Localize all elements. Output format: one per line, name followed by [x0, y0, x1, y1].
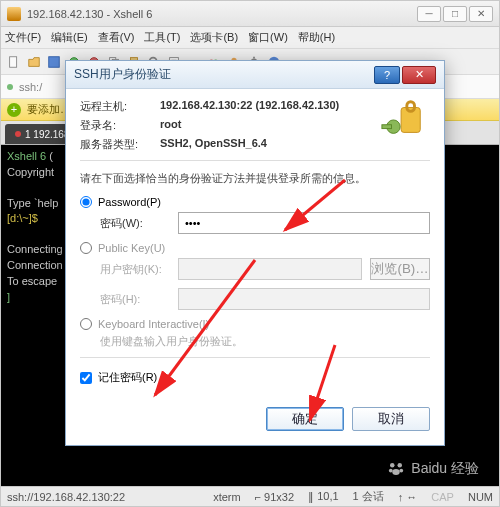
radio-publickey[interactable] [80, 242, 92, 254]
host-label: 远程主机: [80, 99, 160, 114]
userkey-label: 用户密钥(K): [100, 262, 170, 277]
server-value: SSH2, OpenSSH_6.4 [160, 137, 267, 152]
remember-password[interactable]: 记住密码(R) [80, 370, 430, 385]
login-label: 登录名: [80, 118, 160, 133]
password-input[interactable] [178, 212, 430, 234]
option-keyboard[interactable]: Keyboard Interactive(I) [80, 318, 430, 330]
remember-label: 记住密码(R) [98, 370, 157, 385]
cancel-button[interactable]: 取消 [352, 407, 430, 431]
password-label: 密码(W): [100, 216, 170, 231]
option-password[interactable]: Password(P) [80, 196, 430, 208]
radio-password[interactable] [80, 196, 92, 208]
host-value: 192.168.42.130:22 (192.168.42.130) [160, 99, 339, 114]
browse-button: 浏览(B)… [370, 258, 430, 280]
userkey-input [178, 258, 362, 280]
login-value: root [160, 118, 181, 133]
dialog-title: SSH用户身份验证 [74, 66, 374, 83]
dialog-titlebar: SSH用户身份验证 ? ✕ [66, 61, 444, 89]
option-publickey-label: Public Key(U) [98, 242, 165, 254]
instruction-text: 请在下面选择恰当的身份验证方法并提供登录所需的信息。 [80, 171, 430, 186]
option-password-label: Password(P) [98, 196, 161, 208]
server-label: 服务器类型: [80, 137, 160, 152]
svg-rect-25 [407, 102, 415, 112]
dialog-help-button[interactable]: ? [374, 66, 400, 84]
ssh-auth-dialog: SSH用户身份验证 ? ✕ 远程主机:192.168.42.130:22 (19… [65, 60, 445, 446]
key-lock-icon [380, 99, 426, 139]
passphrase-input [178, 288, 430, 310]
svg-rect-27 [382, 125, 392, 129]
keyboard-subtext: 使用键盘输入用户身份验证。 [100, 334, 430, 349]
radio-keyboard[interactable] [80, 318, 92, 330]
dialog-close-button[interactable]: ✕ [402, 66, 436, 84]
passphrase-label: 密码(H): [100, 292, 170, 307]
ok-button[interactable]: 确定 [266, 407, 344, 431]
option-keyboard-label: Keyboard Interactive(I) [98, 318, 209, 330]
option-publickey[interactable]: Public Key(U) [80, 242, 430, 254]
remember-checkbox[interactable] [80, 372, 92, 384]
